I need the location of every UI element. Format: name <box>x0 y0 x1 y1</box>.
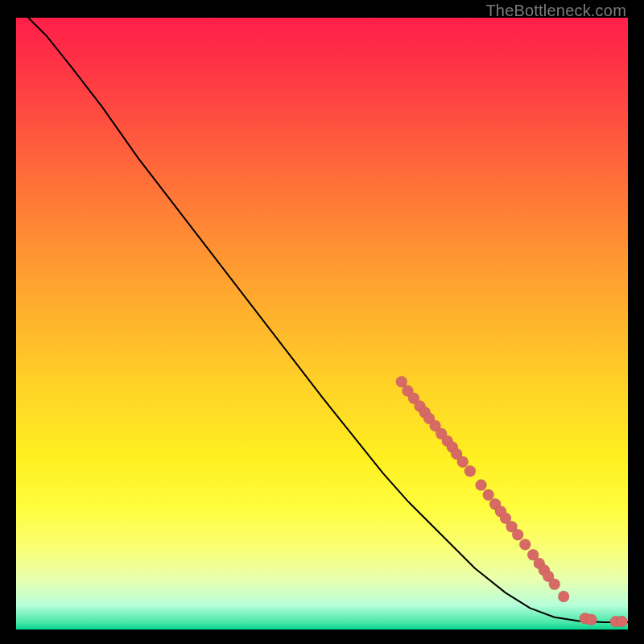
chart-stage: TheBottleneck.com <box>0 0 644 644</box>
scatter-dot <box>549 579 560 590</box>
chart-overlay <box>16 18 628 630</box>
bottleneck-curve <box>28 18 628 622</box>
scatter-dot <box>476 480 487 491</box>
scatter-dot <box>585 614 597 625</box>
scatter-dot <box>558 591 569 602</box>
scatter-dot <box>512 529 523 540</box>
scatter-dot <box>464 465 476 477</box>
scatter-dot <box>519 539 530 550</box>
scatter-dot <box>483 489 494 501</box>
scatter-dot <box>616 616 627 627</box>
scatter-dots <box>396 376 628 627</box>
scatter-dot <box>457 456 469 468</box>
plot-area <box>16 18 628 630</box>
